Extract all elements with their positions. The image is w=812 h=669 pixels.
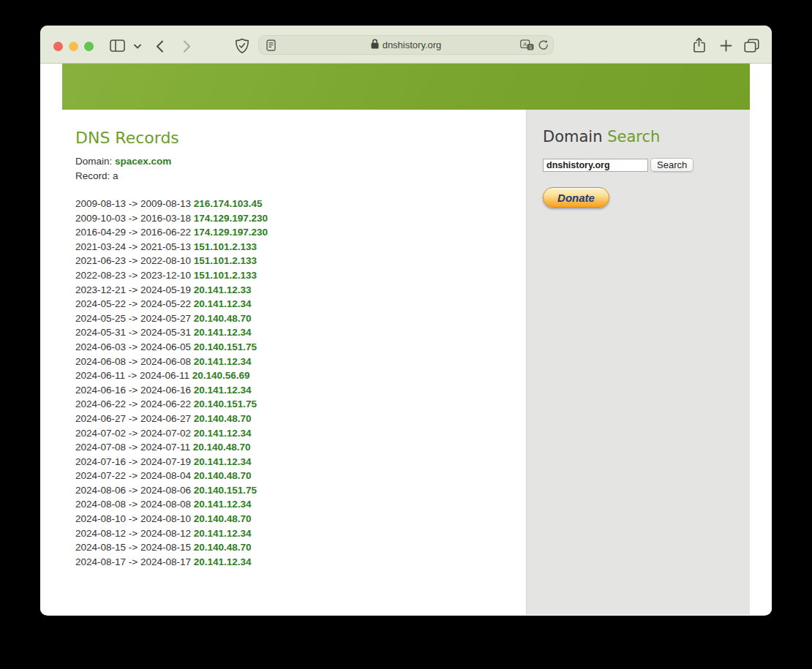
dns-record-row: 2024-06-27 -> 2024-06-27 20.140.48.70 bbox=[75, 412, 526, 426]
forward-arrow-icon[interactable] bbox=[183, 40, 191, 53]
dns-record-row: 2024-06-08 -> 2024-06-08 20.141.12.34 bbox=[75, 355, 526, 369]
dns-record-row: 2009-10-03 -> 2016-03-18 174.129.197.230 bbox=[75, 211, 526, 226]
close-window-button[interactable] bbox=[53, 42, 63, 51]
ip-address-link[interactable]: 174.129.197.230 bbox=[194, 227, 268, 238]
dns-record-row: 2022-08-23 -> 2023-12-10 151.101.2.133 bbox=[75, 268, 526, 283]
ip-address-link[interactable]: 20.140.151.75 bbox=[194, 485, 257, 496]
domain-line: Domain: spacex.com bbox=[75, 154, 526, 169]
sidebar: Domain Search Search Donate bbox=[526, 110, 750, 615]
record-date-range: 2024-06-03 -> 2024-06-05 bbox=[75, 341, 194, 352]
ip-address-link[interactable]: 20.141.12.34 bbox=[194, 356, 252, 367]
dns-record-row: 2024-08-10 -> 2024-08-10 20.140.48.70 bbox=[75, 512, 526, 526]
plus-icon[interactable] bbox=[720, 39, 732, 52]
site-header-banner bbox=[62, 64, 750, 110]
record-date-range: 2024-07-08 -> 2024-07-11 bbox=[75, 442, 193, 453]
ip-address-link[interactable]: 151.101.2.133 bbox=[194, 270, 257, 281]
dns-record-row: 2024-05-25 -> 2024-05-27 20.140.48.70 bbox=[75, 311, 526, 326]
ip-address-link[interactable]: 20.140.48.70 bbox=[194, 313, 252, 324]
record-date-range: 2024-06-22 -> 2024-06-22 bbox=[75, 398, 194, 409]
sidebar-title: Domain Search bbox=[543, 128, 750, 145]
donate-button[interactable]: Donate bbox=[543, 187, 609, 208]
dns-record-row: 2024-08-06 -> 2024-08-06 20.140.151.75 bbox=[75, 483, 526, 498]
ip-address-link[interactable]: 20.141.12.34 bbox=[194, 499, 252, 510]
ip-address-link[interactable]: 20.140.48.70 bbox=[194, 413, 252, 424]
svg-text:S: S bbox=[529, 45, 533, 50]
dns-record-row: 2024-07-02 -> 2024-07-02 20.141.12.34 bbox=[75, 426, 526, 441]
ip-address-link[interactable]: 20.141.12.34 bbox=[194, 528, 252, 539]
main-content: DNS Records Domain: spacex.com Record: a… bbox=[62, 110, 526, 615]
domain-label: Domain: bbox=[75, 156, 112, 167]
ip-address-link[interactable]: 151.101.2.133 bbox=[194, 241, 257, 252]
ip-address-link[interactable]: 151.101.2.133 bbox=[194, 255, 257, 266]
domain-search-input[interactable] bbox=[543, 159, 648, 172]
ip-address-link[interactable]: 20.140.48.70 bbox=[194, 542, 252, 553]
record-date-range: 2021-03-24 -> 2021-05-13 bbox=[75, 241, 194, 252]
record-date-range: 2024-06-08 -> 2024-06-08 bbox=[75, 356, 194, 367]
ip-address-link[interactable]: 20.140.151.75 bbox=[194, 341, 257, 352]
dns-record-row: 2009-08-13 -> 2009-08-13 216.174.103.45 bbox=[75, 197, 526, 211]
record-date-range: 2024-05-25 -> 2024-05-27 bbox=[75, 313, 194, 324]
reload-icon[interactable] bbox=[538, 39, 549, 53]
sidebar-title-domain: Domain bbox=[543, 128, 607, 145]
dns-record-row: 2023-12-21 -> 2024-05-19 20.141.12.33 bbox=[75, 283, 526, 298]
ip-address-link[interactable]: 20.140.151.75 bbox=[194, 398, 257, 409]
dns-record-row: 2024-08-17 -> 2024-08-17 20.141.12.34 bbox=[75, 555, 526, 570]
record-date-range: 2023-12-21 -> 2024-05-19 bbox=[75, 284, 194, 295]
ip-address-link[interactable]: 20.141.12.33 bbox=[194, 284, 252, 295]
ip-address-link[interactable]: 20.141.12.34 bbox=[194, 327, 252, 338]
dns-record-row: 2016-04-29 -> 2016-06-22 174.129.197.230 bbox=[75, 225, 526, 240]
dns-record-row: 2024-06-16 -> 2024-06-16 20.141.12.34 bbox=[75, 383, 526, 398]
dns-record-row: 2024-08-08 -> 2024-08-08 20.141.12.34 bbox=[75, 497, 526, 512]
tabs-overview-icon[interactable] bbox=[744, 39, 759, 53]
reader-icon[interactable] bbox=[266, 39, 276, 54]
dns-record-row: 2021-06-23 -> 2022-08-10 151.101.2.133 bbox=[75, 254, 526, 268]
chevron-down-icon[interactable] bbox=[134, 44, 141, 49]
address-bar[interactable]: dnshistory.org A S bbox=[258, 35, 554, 55]
record-date-range: 2024-08-06 -> 2024-08-06 bbox=[75, 485, 194, 496]
ip-address-link[interactable]: 20.140.48.70 bbox=[193, 442, 251, 453]
dns-record-row: 2024-05-22 -> 2024-05-22 20.141.12.34 bbox=[75, 297, 526, 311]
dns-records-list: 2009-08-13 -> 2009-08-13 216.174.103.452… bbox=[75, 197, 526, 569]
record-date-range: 2022-08-23 -> 2023-12-10 bbox=[75, 270, 194, 281]
ip-address-link[interactable]: 20.140.48.70 bbox=[194, 470, 252, 481]
ip-address-link[interactable]: 20.140.56.69 bbox=[192, 370, 250, 381]
back-arrow-icon[interactable] bbox=[156, 40, 164, 53]
ip-address-link[interactable]: 20.141.12.34 bbox=[194, 298, 252, 309]
record-date-range: 2024-08-17 -> 2024-08-17 bbox=[75, 556, 194, 567]
search-button[interactable]: Search bbox=[650, 158, 693, 172]
zoom-window-button[interactable] bbox=[84, 42, 94, 51]
translate-icon[interactable]: A S bbox=[520, 39, 534, 53]
dns-record-row: 2024-05-31 -> 2024-05-31 20.141.12.34 bbox=[75, 325, 526, 340]
privacy-shield-icon[interactable] bbox=[235, 38, 249, 54]
webpage: DNS Records Domain: spacex.com Record: a… bbox=[40, 64, 772, 615]
ip-address-link[interactable]: 20.141.12.34 bbox=[194, 385, 252, 396]
browser-toolbar: dnshistory.org A S bbox=[40, 26, 772, 64]
dns-record-row: 2024-08-12 -> 2024-08-12 20.141.12.34 bbox=[75, 526, 526, 541]
record-date-range: 2016-04-29 -> 2016-06-22 bbox=[75, 227, 194, 238]
ip-address-link[interactable]: 20.141.12.34 bbox=[194, 428, 252, 439]
desktop-background: dnshistory.org A S bbox=[0, 0, 812, 669]
ip-address-link[interactable]: 174.129.197.230 bbox=[194, 213, 268, 224]
dns-record-row: 2024-07-16 -> 2024-07-19 20.141.12.34 bbox=[75, 455, 526, 469]
ip-address-link[interactable]: 216.174.103.45 bbox=[194, 198, 263, 209]
record-date-range: 2024-07-16 -> 2024-07-19 bbox=[75, 456, 194, 467]
dns-record-row: 2024-07-22 -> 2024-08-04 20.140.48.70 bbox=[75, 469, 526, 483]
record-date-range: 2024-08-10 -> 2024-08-10 bbox=[75, 513, 194, 524]
share-icon[interactable] bbox=[693, 37, 706, 53]
record-line: Record: a bbox=[75, 169, 526, 184]
record-date-range: 2024-05-22 -> 2024-05-22 bbox=[75, 298, 194, 309]
domain-link[interactable]: spacex.com bbox=[115, 156, 171, 167]
minimize-window-button[interactable] bbox=[69, 42, 78, 51]
record-date-range: 2024-07-22 -> 2024-08-04 bbox=[75, 470, 194, 481]
sidebar-title-search: Search bbox=[607, 128, 660, 145]
ip-address-link[interactable]: 20.141.12.34 bbox=[194, 456, 252, 467]
ip-address-link[interactable]: 20.141.12.34 bbox=[194, 556, 252, 567]
record-date-range: 2024-06-27 -> 2024-06-27 bbox=[75, 413, 194, 424]
record-date-range: 2024-05-31 -> 2024-05-31 bbox=[75, 327, 194, 338]
dns-record-row: 2024-06-11 -> 2024-06-11 20.140.56.69 bbox=[75, 368, 526, 383]
record-date-range: 2024-08-08 -> 2024-08-08 bbox=[75, 499, 194, 510]
sidebar-toggle-icon[interactable] bbox=[110, 39, 125, 52]
ip-address-link[interactable]: 20.140.48.70 bbox=[194, 513, 252, 524]
dns-record-row: 2024-06-22 -> 2024-06-22 20.140.151.75 bbox=[75, 397, 526, 412]
url-text: dnshistory.org bbox=[383, 39, 442, 50]
